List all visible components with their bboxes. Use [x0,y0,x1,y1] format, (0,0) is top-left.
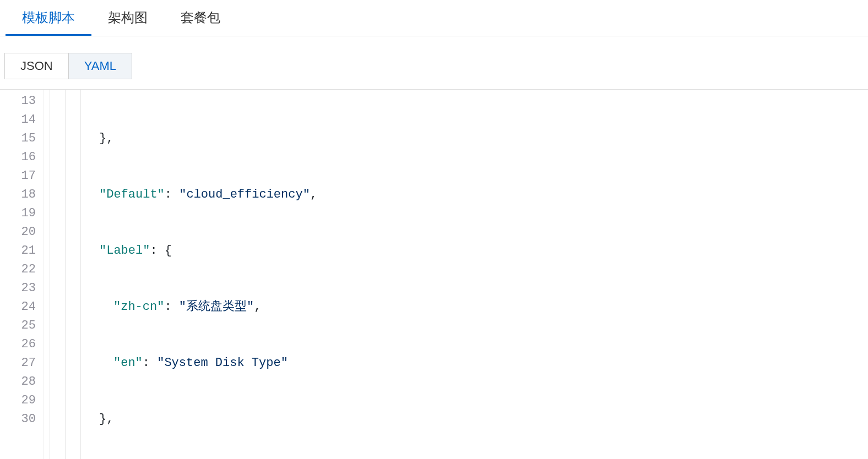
code-key: "Default" [99,188,165,201]
code-value: "cloud_efficiency" [179,188,310,201]
tab-template-script[interactable]: 模板脚本 [6,0,91,36]
tab-package[interactable]: 套餐包 [164,0,237,36]
main-tabs: 模板脚本 架构图 套餐包 [0,0,868,36]
code-text: }, [99,412,113,426]
line-number: 21 [0,242,36,260]
line-number: 14 [0,111,36,129]
line-number: 24 [0,298,36,316]
format-tab-yaml[interactable]: YAML [68,53,132,79]
code-key: "Label" [99,244,150,258]
indent-guides [44,90,99,459]
code-value: "系统盘类型" [179,300,254,314]
code-editor[interactable]: 13 14 15 16 17 18 19 20 21 22 23 24 25 2… [0,89,868,459]
code-content[interactable]: }, "Default": "cloud_efficiency", "Label… [99,90,868,459]
format-tabs: JSON YAML [4,53,868,79]
line-number: 19 [0,204,36,223]
tab-architecture-diagram[interactable]: 架构图 [91,0,164,36]
code-value: "System Disk Type" [157,356,288,370]
format-tab-json[interactable]: JSON [4,53,68,79]
line-number: 17 [0,167,36,185]
line-number: 18 [0,185,36,204]
code-text: }, [99,132,113,145]
line-number: 28 [0,373,36,391]
line-number: 15 [0,129,36,148]
line-number: 13 [0,92,36,111]
line-number: 20 [0,223,36,242]
code-key: "en" [113,356,143,370]
line-number: 25 [0,316,36,335]
line-number: 22 [0,260,36,279]
line-number: 30 [0,410,36,429]
line-number: 27 [0,354,36,373]
line-number-gutter: 13 14 15 16 17 18 19 20 21 22 23 24 25 2… [0,90,44,459]
code-key: "zh-cn" [113,300,164,314]
line-number: 29 [0,391,36,410]
line-number: 26 [0,335,36,354]
line-number: 16 [0,148,36,167]
line-number: 23 [0,279,36,298]
